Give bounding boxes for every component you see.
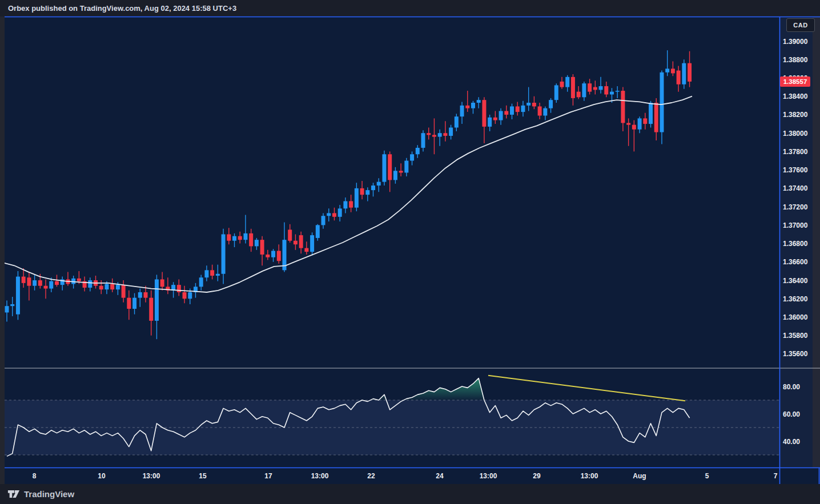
- time-axis-label: 13:00: [311, 472, 329, 480]
- price-axis-label: 1.37400: [783, 184, 808, 192]
- tradingview-published-chart: Orbex published on TradingView.com, Aug …: [0, 0, 820, 504]
- price-axis-label: 1.36600: [783, 258, 808, 266]
- price-axis-label: 1.37600: [783, 166, 808, 174]
- tradingview-brand-text[interactable]: TradingView: [24, 489, 74, 499]
- rsi-axis-label: 80.00: [783, 383, 800, 391]
- price-axis-label: 1.36000: [783, 313, 808, 321]
- time-axis-label: 22: [367, 472, 375, 480]
- time-axis-label: 13:00: [581, 472, 598, 480]
- footer-bar: TradingView: [0, 484, 820, 504]
- price-axis-label: 1.38200: [783, 111, 808, 119]
- price-axis-label: 1.38000: [783, 130, 808, 138]
- time-axis-label: 29: [533, 472, 541, 480]
- price-axis-label: 1.39000: [783, 38, 808, 46]
- time-axis-label: 13:00: [480, 472, 497, 480]
- price-axis-label: 1.37200: [783, 203, 808, 211]
- rsi-axis-label: 40.00: [783, 438, 800, 446]
- time-axis-label: 7: [774, 472, 778, 480]
- price-axis-label: 1.38400: [783, 92, 808, 100]
- time-axis-label: 5: [705, 472, 709, 480]
- right-gutter: [813, 17, 820, 467]
- time-axis-label: 8: [33, 472, 37, 480]
- time-axis-label: 13:00: [143, 472, 160, 480]
- tradingview-logo-icon[interactable]: [7, 489, 20, 499]
- price-axis-label: 1.37800: [783, 148, 808, 156]
- time-axis-label: 15: [199, 472, 207, 480]
- last-price-badge: 1.38557: [780, 76, 810, 87]
- price-axis-label: 1.38800: [783, 56, 808, 64]
- price-axis-label: 1.37000: [783, 221, 808, 229]
- chart-canvas[interactable]: 1.390001.388001.386001.384001.382001.380…: [0, 0, 820, 504]
- time-axis-label: 10: [98, 472, 106, 480]
- left-margin-strip: [0, 17, 5, 484]
- price-axis-label: 1.36800: [783, 240, 808, 248]
- symbol-currency-label[interactable]: CAD: [786, 18, 815, 32]
- price-axis-label: 1.35600: [783, 350, 808, 358]
- price-axis-label: 1.36400: [783, 277, 808, 285]
- time-axis-label: Aug: [633, 472, 646, 480]
- price-axis-label: 1.36200: [783, 295, 808, 303]
- time-axis-label: 24: [436, 472, 444, 480]
- price-axis-label: 1.35800: [783, 332, 808, 340]
- time-axis-label: 17: [264, 472, 272, 480]
- rsi-axis-label: 60.00: [783, 410, 800, 418]
